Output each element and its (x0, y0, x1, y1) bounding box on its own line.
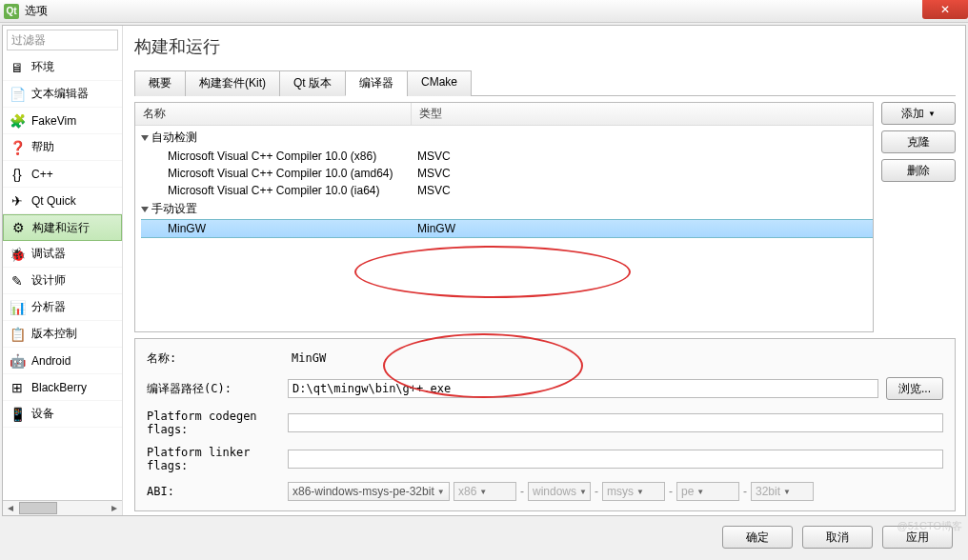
scroll-right-icon[interactable]: ▸ (107, 501, 122, 515)
dialog-footer: 确定 取消 应用 (0, 518, 968, 556)
titlebar: Qt 选项 ✕ (0, 0, 968, 23)
abi-part-select[interactable]: msys▼ (602, 482, 665, 501)
abi-part-select[interactable]: 32bit▼ (751, 482, 814, 501)
category-icon: 🖥 (9, 59, 26, 76)
sidebar-item-构建和运行[interactable]: ⚙构建和运行 (3, 214, 122, 241)
close-button[interactable]: ✕ (922, 0, 968, 19)
sidebar-item-BlackBerry[interactable]: ⊞BlackBerry (3, 374, 122, 401)
category-icon: ❓ (9, 139, 26, 156)
codegen-label: Platform codegen flags: (147, 410, 280, 436)
scroll-left-icon[interactable]: ◂ (3, 501, 18, 515)
sidebar-item-label: 调试器 (31, 246, 66, 262)
tree-item[interactable]: Microsoft Visual C++ Compiler 10.0 (x86)… (141, 148, 873, 165)
abi-combo[interactable]: x86-windows-msys-pe-32bit▼ (288, 482, 450, 501)
app-icon: Qt (4, 4, 19, 19)
browse-button[interactable]: 浏览... (886, 377, 943, 400)
tab-概要[interactable]: 概要 (134, 70, 186, 96)
column-type[interactable]: 类型 (412, 103, 450, 125)
cancel-button[interactable]: 取消 (802, 526, 873, 549)
sidebar-item-label: C++ (31, 168, 53, 181)
tree-item[interactable]: Microsoft Visual C++ Compiler 10.0 (ia64… (141, 182, 873, 199)
sidebar-item-Qt Quick[interactable]: ✈Qt Quick (3, 188, 122, 214)
dash: - (669, 485, 673, 498)
filter-input[interactable]: 过滤器 (7, 30, 118, 50)
tree-group[interactable]: 手动设置 (141, 199, 873, 219)
close-icon: ✕ (940, 3, 950, 16)
category-icon: 📊 (9, 299, 26, 316)
clone-button[interactable]: 克隆 (881, 130, 956, 153)
watermark: @51CTO博客 (897, 519, 962, 533)
category-icon: {} (9, 166, 26, 183)
sidebar-item-设备[interactable]: 📱设备 (3, 401, 122, 428)
expand-icon (141, 207, 149, 212)
sidebar-item-C++[interactable]: {}C++ (3, 161, 122, 188)
abi-part-select[interactable]: pe▼ (676, 482, 739, 501)
chevron-down-icon: ▼ (479, 488, 487, 496)
chevron-down-icon: ▼ (636, 488, 644, 496)
sidebar-item-label: 环境 (31, 59, 54, 75)
abi-part-select[interactable]: x86▼ (454, 482, 516, 501)
tree-item[interactable]: MinGWMinGW (141, 219, 873, 238)
item-name: MinGW (168, 222, 417, 235)
sidebar-item-分析器[interactable]: 📊分析器 (3, 294, 122, 321)
category-icon: ⚙ (10, 219, 27, 236)
sidebar-item-环境[interactable]: 🖥环境 (3, 54, 122, 81)
scroll-thumb[interactable] (19, 502, 57, 514)
path-field[interactable] (288, 379, 878, 398)
sidebar-item-label: 文本编辑器 (31, 86, 89, 102)
sidebar-item-label: Qt Quick (31, 194, 76, 208)
sidebar-item-label: Android (31, 354, 71, 368)
item-name: Microsoft Visual C++ Compiler 10.0 (x86) (168, 150, 417, 163)
sidebar-item-版本控制[interactable]: 📋版本控制 (3, 321, 122, 348)
name-row: 名称: (147, 349, 943, 368)
dash: - (595, 485, 598, 498)
path-row: 编译器路径(C): 浏览... (147, 377, 943, 400)
tab-编译器[interactable]: 编译器 (345, 70, 408, 96)
sidebar-item-文本编辑器[interactable]: 📄文本编辑器 (3, 81, 122, 108)
tab-bar: 概要构建套件(Kit)Qt 版本编译器CMake (134, 70, 956, 96)
tab-构建套件(Kit)[interactable]: 构建套件(Kit) (185, 70, 280, 96)
category-icon: 📋 (9, 326, 26, 343)
category-icon: ✈ (9, 192, 26, 210)
sidebar-item-Android[interactable]: 🤖Android (3, 348, 122, 374)
codegen-field[interactable] (288, 413, 943, 432)
main-panel: 构建和运行 概要构建套件(Kit)Qt 版本编译器CMake 名称 类型 自动检… (123, 26, 965, 515)
tab-Qt 版本[interactable]: Qt 版本 (279, 70, 346, 96)
abi-part-select[interactable]: windows▼ (528, 482, 591, 501)
add-button[interactable]: 添加▼ (881, 102, 956, 125)
abi-part-value: windows (533, 485, 576, 498)
item-type: MSVC (417, 167, 451, 180)
sidebar-item-FakeVim[interactable]: 🧩FakeVim (3, 108, 122, 134)
name-label: 名称: (147, 350, 280, 367)
abi-selects: x86-windows-msys-pe-32bit▼ x86▼-windows▼… (288, 482, 814, 501)
sidebar: 过滤器 🖥环境📄文本编辑器🧩FakeVim❓帮助{}C++✈Qt Quick⚙构… (3, 26, 123, 515)
sidebar-scrollbar[interactable]: ◂ ▸ (3, 500, 122, 515)
sidebar-item-label: FakeVim (31, 114, 76, 128)
ok-button[interactable]: 确定 (722, 526, 793, 549)
category-icon: 🐞 (9, 246, 26, 263)
tree-group[interactable]: 自动检测 (141, 128, 873, 148)
category-icon: 📱 (9, 406, 26, 423)
codegen-row: Platform codegen flags: (147, 410, 943, 436)
path-label: 编译器路径(C): (147, 381, 280, 397)
item-type: MinGW (417, 222, 455, 235)
sidebar-item-label: 构建和运行 (32, 220, 90, 236)
sidebar-item-设计师[interactable]: ✎设计师 (3, 268, 122, 294)
remove-button[interactable]: 删除 (881, 159, 956, 182)
category-icon: ⊞ (9, 379, 26, 396)
sidebar-item-帮助[interactable]: ❓帮助 (3, 134, 122, 161)
sidebar-item-label: 设计师 (31, 272, 66, 289)
dash: - (520, 485, 524, 498)
linker-field[interactable] (288, 450, 943, 469)
name-field[interactable] (288, 349, 943, 368)
chevron-down-icon: ▼ (696, 488, 704, 496)
sidebar-item-调试器[interactable]: 🐞调试器 (3, 241, 122, 268)
abi-row: ABI: x86-windows-msys-pe-32bit▼ x86▼-win… (147, 482, 943, 501)
chevron-down-icon: ▼ (928, 110, 936, 118)
column-name[interactable]: 名称 (135, 103, 412, 125)
tree-item[interactable]: Microsoft Visual C++ Compiler 10.0 (amd6… (141, 165, 873, 182)
expand-icon (141, 135, 149, 141)
linker-label: Platform linker flags: (147, 446, 280, 472)
side-buttons: 添加▼ 克隆 删除 (881, 102, 956, 332)
tab-CMake[interactable]: CMake (407, 70, 472, 96)
